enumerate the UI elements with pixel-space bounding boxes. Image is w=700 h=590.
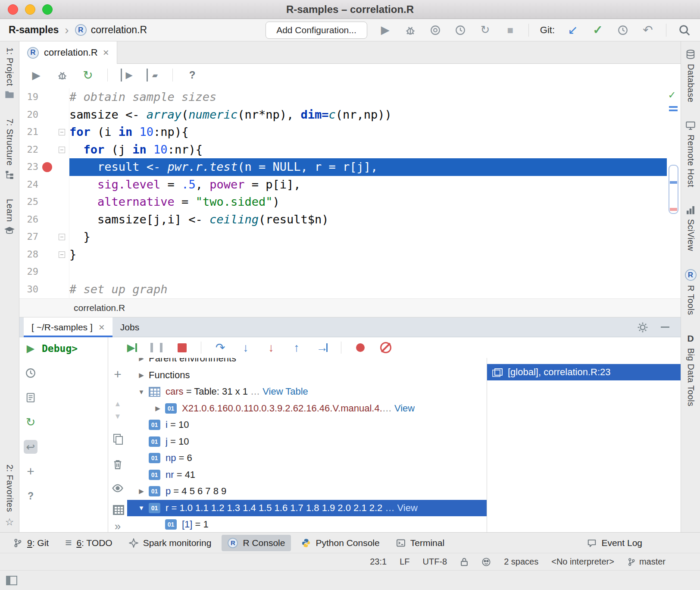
code-line[interactable]: 25 alternative = "two.sided") [19, 193, 681, 211]
minimize-window-button[interactable] [25, 4, 35, 15]
help-icon[interactable]: ? [186, 69, 199, 82]
settings-gear-icon[interactable] [637, 321, 649, 333]
variable-row[interactable]: nr = 41 [127, 467, 487, 483]
variable-row[interactable]: np = 6 [127, 450, 487, 467]
hide-toolwindow-icon[interactable] [661, 326, 669, 328]
watch-icon[interactable] [112, 483, 124, 494]
toolwindow-git[interactable]: 9: Git [7, 535, 55, 551]
stop-icon[interactable] [503, 23, 517, 37]
expand-arrow-icon[interactable] [134, 487, 149, 495]
variable-row[interactable]: Parent environments [127, 358, 487, 367]
lock-icon[interactable] [460, 557, 469, 567]
close-tab-icon[interactable] [103, 47, 109, 58]
expand-arrow-icon[interactable] [134, 358, 149, 362]
add-configuration-button[interactable]: Add Configuration... [266, 22, 367, 39]
editor-tab-correlation[interactable]: correlation.R [19, 41, 117, 64]
expand-arrow-icon[interactable] [134, 504, 149, 512]
move-up-icon[interactable] [112, 399, 124, 410]
export-icon[interactable] [24, 391, 38, 405]
toolwindow-todo[interactable]: 6: TODO [59, 535, 118, 551]
history-icon[interactable] [616, 23, 630, 37]
profiler-icon[interactable] [453, 23, 467, 37]
execute-icon[interactable] [24, 342, 38, 355]
debug-icon[interactable] [403, 23, 417, 37]
toolwindow-terminal[interactable]: Terminal [390, 535, 450, 551]
toolwindow-learn[interactable]: Learn [4, 199, 15, 235]
code-line[interactable]: 24 sig.level = .5, power = p[i], [19, 176, 681, 194]
show-as-table-icon[interactable] [112, 503, 124, 515]
search-icon[interactable] [678, 23, 691, 37]
variable-row[interactable]: p = 4 5 6 7 8 9 [127, 483, 487, 500]
toolwindow-sciview[interactable]: SciView [686, 205, 696, 251]
breadcrumb-file[interactable]: correlation.R [91, 24, 147, 36]
stack-frame-row[interactable]: [global], correlation.R:23 [487, 364, 681, 380]
copy-icon[interactable] [112, 433, 124, 444]
view-breakpoints-icon[interactable] [354, 341, 367, 354]
toolwindow-structure[interactable]: 7: Structure [5, 119, 15, 179]
code-line[interactable]: 30# set up graph [19, 281, 681, 298]
toolwindow-python-console[interactable]: Python Console [295, 535, 385, 551]
close-window-button[interactable] [8, 4, 18, 15]
view-link[interactable]: View [394, 403, 415, 414]
restart-console-icon[interactable] [24, 415, 38, 429]
toolwindow-database[interactable]: Database [685, 49, 696, 103]
r-console-pane[interactable]: Debug> [19, 337, 108, 532]
variables-tree[interactable]: Parent environmentsFunctionscars = Table… [127, 358, 487, 532]
rollback-icon[interactable] [641, 23, 655, 37]
code-line[interactable]: 29 [19, 263, 681, 281]
console-prompt[interactable]: Debug> [42, 337, 78, 532]
tab-r-samples-console[interactable]: [ ~/R-samples ] [24, 317, 112, 337]
indent-setting[interactable]: 2 spaces [504, 557, 538, 567]
coverage-icon[interactable] [428, 23, 442, 37]
variable-row[interactable]: [1] = 1 [127, 516, 487, 532]
code-line[interactable]: 21for (i in 10:np){ [19, 123, 681, 141]
run-icon[interactable] [378, 23, 392, 37]
history-icon[interactable] [24, 366, 38, 380]
stop-icon[interactable] [175, 341, 188, 354]
variable-row[interactable]: i = 10 [127, 417, 487, 433]
breadcrumb-file[interactable]: correlation.R [74, 303, 125, 313]
run-to-cursor-icon[interactable] [121, 69, 134, 82]
expand-arrow-icon[interactable] [134, 371, 149, 379]
tab-jobs[interactable]: Jobs [112, 317, 147, 337]
variable-row[interactable]: cars = Table: 31 x 1 … View Table [127, 383, 487, 400]
interpreter-setting[interactable]: <No interpreter> [551, 557, 614, 567]
more-icon[interactable] [112, 520, 124, 532]
variable-row[interactable]: r = 1.0 1.1 1.2 1.3 1.4 1.5 1.6 1.7 1.8 … [127, 500, 487, 517]
step-out-icon[interactable] [290, 341, 303, 354]
titlebar[interactable]: R-samples – correlation.R [0, 0, 700, 19]
view-link[interactable]: View Table [262, 386, 308, 397]
file-encoding[interactable]: UTF-8 [423, 557, 447, 567]
inspections-ok-icon[interactable] [669, 88, 675, 101]
debug-script-icon[interactable] [56, 69, 69, 82]
step-into-icon[interactable] [239, 341, 252, 354]
breadcrumb-project[interactable]: R-samples [9, 24, 59, 36]
toolwindow-event-log[interactable]: Event Log [581, 535, 648, 551]
code-line[interactable]: 20samsize <- array(numeric(nr*np), dim=c… [19, 106, 681, 124]
variable-row[interactable]: j = 10 [127, 433, 487, 450]
resume-icon[interactable] [125, 341, 138, 354]
fold-marker-icon[interactable] [59, 234, 65, 240]
variable-row[interactable]: X21.0.6.160.0.110.0.3.9.2.62.16.46.V.man… [127, 400, 487, 417]
pause-icon[interactable] [150, 341, 163, 354]
error-stripe[interactable] [667, 86, 681, 298]
toolwindow-spark-monitoring[interactable]: Spark monitoring [123, 535, 218, 551]
toolwindow-big-data-tools[interactable]: Big Data Tools [686, 333, 696, 407]
toolwindow-r-tools[interactable]: R Tools [685, 269, 697, 315]
run-to-cursor-icon[interactable] [316, 341, 328, 354]
add-console-icon[interactable] [24, 464, 38, 478]
caret-position[interactable]: 23:1 [370, 557, 387, 567]
debug-to-cursor-icon[interactable] [147, 69, 159, 82]
toolwindow-r-console[interactable]: R Console [222, 535, 291, 551]
git-branch-widget[interactable]: master [627, 557, 666, 567]
toolwindow-project[interactable]: 1: Project [5, 47, 15, 99]
fold-marker-icon[interactable] [59, 129, 65, 135]
code-line[interactable]: 28} [19, 246, 681, 264]
close-tab-icon[interactable] [99, 322, 105, 333]
expand-arrow-icon[interactable] [150, 405, 165, 412]
help-icon[interactable] [24, 489, 38, 503]
code-line[interactable]: 22 for (j in 10:nr){ [19, 141, 681, 159]
add-watch-icon[interactable] [112, 368, 124, 380]
code-editor[interactable]: 19# obtain sample sizes20samsize <- arra… [19, 86, 681, 298]
move-down-icon[interactable] [112, 411, 124, 423]
